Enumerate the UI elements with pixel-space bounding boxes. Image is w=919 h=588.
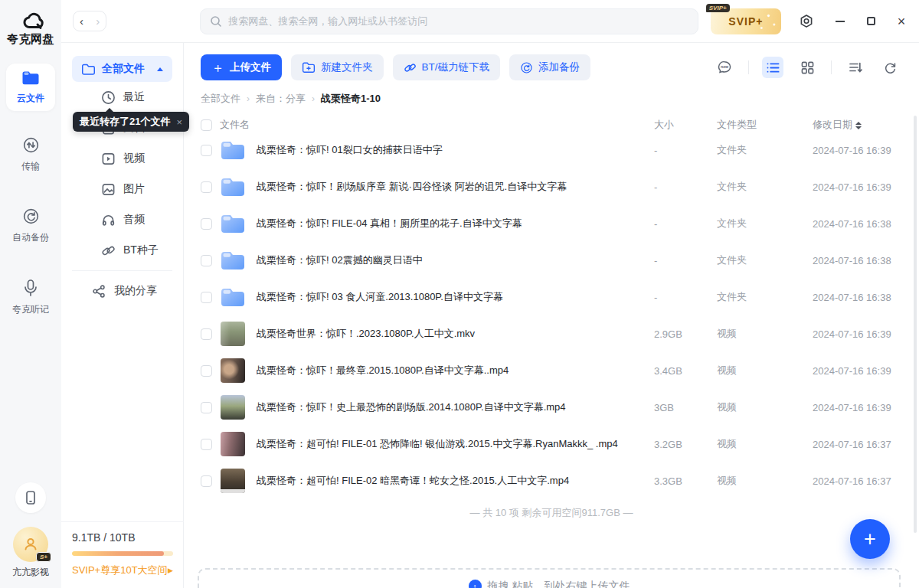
file-size: - <box>654 181 717 193</box>
chat-bubble-new-icon: new <box>716 59 733 76</box>
file-type: 视频 <box>717 474 813 488</box>
close-button[interactable]: × <box>896 16 907 27</box>
dropzone-arrow-icon: ↑ <box>469 580 482 588</box>
table-row[interactable]: 战栗怪奇：惊吓! 01裂口女的捕获日语中字-文件夹2024-07-16 16:3… <box>201 132 901 168</box>
file-name[interactable]: 战栗怪奇：惊吓！剧场版序章 新说·四谷怪谈 阿岩的诅咒.自译中文字幕 <box>257 180 654 194</box>
vertical-scrollbar[interactable] <box>914 116 917 533</box>
table-row[interactable]: 战栗怪奇：惊吓! 03 食人河童.2013.1080P.自译中文字幕-文件夹20… <box>201 279 901 315</box>
table-row[interactable]: 战栗怪奇：惊吓! FILE-04 真相！厕所里的花子.自译中文字幕-文件夹202… <box>201 205 901 242</box>
breadcrumb-item[interactable]: 全部文件 <box>201 92 240 106</box>
table-header: 文件名 大小 文件类型 修改日期 <box>201 118 901 132</box>
row-checkbox[interactable] <box>201 218 212 230</box>
rail-item-transfer[interactable]: 传输 <box>6 129 55 179</box>
tooltip-close-icon[interactable]: × <box>176 116 182 128</box>
row-checkbox[interactable] <box>201 439 212 450</box>
file-name[interactable]: 战栗怪奇：惊吓! 03 食人河童.2013.1080P.自译中文字幕 <box>257 290 654 304</box>
bt-magnet-button[interactable]: BT/磁力链下载 <box>393 54 501 80</box>
search-input[interactable] <box>228 15 688 27</box>
auto-backup-icon <box>22 207 40 225</box>
refresh-button[interactable] <box>879 57 901 78</box>
search-icon <box>210 15 222 28</box>
left-rail: 夸克网盘 云文件 传输 自动备份 <box>0 0 61 588</box>
add-backup-button[interactable]: 添加备份 <box>509 54 590 80</box>
rail-item-label: 云文件 <box>6 92 55 105</box>
sidebar-item-label: 音频 <box>123 213 145 227</box>
file-type: 视频 <box>717 437 813 451</box>
sidebar-item-label: 图片 <box>123 182 145 196</box>
breadcrumb-item[interactable]: 来自：分享 <box>256 92 306 106</box>
storage-bar <box>72 551 173 556</box>
rail-item-auto-backup[interactable]: 自动备份 <box>6 201 55 250</box>
sidebar-item-recent[interactable]: 最近 <box>61 82 183 113</box>
upload-dropzone[interactable]: ↑ 拖拽 粘贴，到处右键上传文件 <box>198 568 901 588</box>
storage-bar-fill <box>72 551 164 556</box>
list-view-button[interactable] <box>762 57 783 78</box>
new-folder-button[interactable]: 新建文件夹 <box>291 54 384 80</box>
breadcrumb-separator: › <box>247 93 250 104</box>
settings-button[interactable] <box>798 13 815 30</box>
header-date-sort[interactable]: 修改日期 <box>813 118 901 132</box>
file-name[interactable]: 战栗怪奇：惊吓! 01裂口女的捕获日语中字 <box>257 143 654 157</box>
file-name[interactable]: 战栗怪奇：超可怕! FILE-01 恐怖降临! 银仙游戏.2015.中文字幕.R… <box>257 437 654 451</box>
row-checkbox[interactable] <box>201 145 212 156</box>
file-name[interactable]: 战栗怪奇：惊吓！最终章.2015.1080P.自译中文字幕..mp4 <box>257 364 654 377</box>
header-file-name: 文件名 <box>220 118 654 132</box>
sidebar-item-audio[interactable]: 音频 <box>61 204 183 235</box>
sidebar-item-my-share[interactable]: 我的分享 <box>61 276 183 306</box>
upload-button[interactable]: ＋ 上传文件 <box>201 54 282 80</box>
storage-usage: 9.1TB / 10TB <box>72 531 173 544</box>
back-button[interactable]: ‹ <box>80 15 83 27</box>
app-logo: 夸克网盘 <box>7 8 54 47</box>
sidebar-item-images[interactable]: 图片 <box>61 174 183 204</box>
mobile-app-button[interactable] <box>15 482 46 513</box>
sidebar-item-videos[interactable]: 视频 <box>61 143 183 174</box>
sidebar-item-all-files[interactable]: 全部文件 <box>72 56 172 82</box>
torrent-link-icon <box>101 243 116 258</box>
table-row[interactable]: 战栗怪奇：惊吓！史上最恐怖的剧场版.2014.1080P.自译中文字幕.mp43… <box>201 389 901 426</box>
video-thumbnail <box>221 432 245 456</box>
row-checkbox[interactable] <box>201 292 212 303</box>
sort-button[interactable] <box>845 57 866 78</box>
row-checkbox[interactable] <box>201 181 212 193</box>
file-size: - <box>654 292 717 303</box>
file-name[interactable]: 战栗怪奇世界：惊吓！.2023.1080P.人工中文.mkv <box>257 327 654 341</box>
row-checkbox[interactable] <box>201 328 212 340</box>
svip-promo-link[interactable]: SVIP+尊享10T大空间 ▶ <box>72 564 173 577</box>
file-name[interactable]: 战栗怪奇：惊吓! 02震撼的幽灵日语中 <box>257 253 654 267</box>
table-row[interactable]: 战栗怪奇：超可怕! FILE-02 暗黑奇谭！蛇女之怪.2015.人工中文字.m… <box>201 462 901 499</box>
sidebar-item-bt-seeds[interactable]: BT种子 <box>61 235 183 266</box>
message-new-button[interactable]: new <box>714 57 735 78</box>
table-row[interactable]: 战栗怪奇世界：惊吓！.2023.1080P.人工中文.mkv2.9GB视频202… <box>201 315 901 352</box>
minimize-button[interactable] <box>835 16 845 27</box>
grid-view-button[interactable] <box>796 57 818 78</box>
folder-icon <box>220 176 246 198</box>
sidebar-item-label: 视频 <box>123 152 145 165</box>
table-row[interactable]: 战栗怪奇：惊吓！最终章.2015.1080P.自译中文字幕..mp43.4GB视… <box>201 352 901 389</box>
rail-item-quark-listen[interactable]: 夸克听记 <box>6 272 55 322</box>
search-bar[interactable] <box>200 8 698 34</box>
toolbar-separator <box>831 60 832 74</box>
row-checkbox[interactable] <box>201 255 212 266</box>
select-all-checkbox[interactable] <box>201 119 212 131</box>
row-checkbox[interactable] <box>201 402 212 413</box>
user-avatar[interactable]: S+ <box>13 527 48 562</box>
rail-item-cloud-files[interactable]: 云文件 <box>6 64 55 111</box>
file-name[interactable]: 战栗怪奇：惊吓！史上最恐怖的剧场版.2014.1080P.自译中文字幕.mp4 <box>257 400 654 414</box>
table-row[interactable]: 战栗怪奇：超可怕! FILE-01 恐怖降临! 银仙游戏.2015.中文字幕.R… <box>201 426 901 462</box>
svip-button[interactable]: SVIP+ SVIP+ <box>711 8 781 34</box>
table-row[interactable]: 战栗怪奇：惊吓！剧场版序章 新说·四谷怪谈 阿岩的诅咒.自译中文字幕-文件夹20… <box>201 168 901 205</box>
maximize-button[interactable] <box>865 16 876 27</box>
quick-add-button[interactable]: + <box>850 519 890 559</box>
forward-button[interactable]: › <box>96 15 100 27</box>
clock-icon <box>101 90 116 105</box>
folder-icon <box>220 213 246 234</box>
row-checkbox[interactable] <box>201 365 212 377</box>
file-name[interactable]: 战栗怪奇：超可怕! FILE-02 暗黑奇谭！蛇女之怪.2015.人工中文字.m… <box>257 474 654 488</box>
headphones-icon <box>101 213 116 227</box>
storage-panel: 9.1TB / 10TB SVIP+尊享10T大空间 ▶ <box>61 521 184 588</box>
row-checkbox[interactable] <box>201 475 212 487</box>
file-name[interactable]: 战栗怪奇：惊吓! FILE-04 真相！厕所里的花子.自译中文字幕 <box>257 217 654 230</box>
upload-label: 上传文件 <box>230 60 271 74</box>
file-date: 2024-07-16 16:38 <box>813 292 901 303</box>
table-row[interactable]: 战栗怪奇：惊吓! 02震撼的幽灵日语中-文件夹2024-07-16 16:38 <box>201 242 901 279</box>
